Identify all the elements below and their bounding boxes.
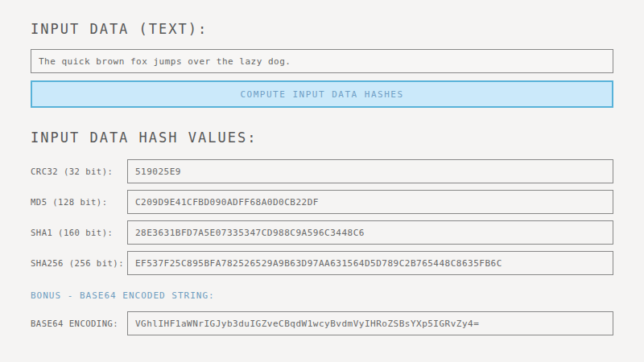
hash-row-sha1: SHA1 (160 bit): [31,220,613,245]
bonus-base64-title: BONUS - BASE64 ENCODED STRING: [31,290,613,301]
crc32-value-field[interactable] [127,159,613,183]
sha1-value-field[interactable] [127,220,613,245]
md5-label: MD5 (128 bit): [31,197,127,207]
input-data-text-field[interactable] [31,49,613,73]
hash-rows: CRC32 (32 bit): MD5 (128 bit): SHA1 (160… [31,159,613,275]
hash-tool-page: INPUT DATA (TEXT): COMPUTE INPUT DATA HA… [0,0,644,362]
input-data-title: INPUT DATA (TEXT): [31,21,613,37]
compute-hashes-button[interactable]: COMPUTE INPUT DATA HASHES [31,80,613,108]
sha1-label: SHA1 (160 bit): [31,228,127,237]
sha256-label: SHA256 (256 bit): [31,258,127,268]
hash-row-md5: MD5 (128 bit): [31,190,613,214]
base64-row: BASE64 ENCODING: [31,311,613,335]
hash-values-title: INPUT DATA HASH VALUES: [31,130,613,146]
base64-label: BASE64 ENCODING: [31,319,127,328]
md5-value-field[interactable] [127,190,613,214]
base64-value-field[interactable] [127,311,613,335]
crc32-label: CRC32 (32 bit): [31,167,127,176]
sha256-value-field[interactable] [127,251,613,275]
hash-row-sha256: SHA256 (256 bit): [31,251,613,275]
hash-row-crc32: CRC32 (32 bit): [31,159,613,183]
